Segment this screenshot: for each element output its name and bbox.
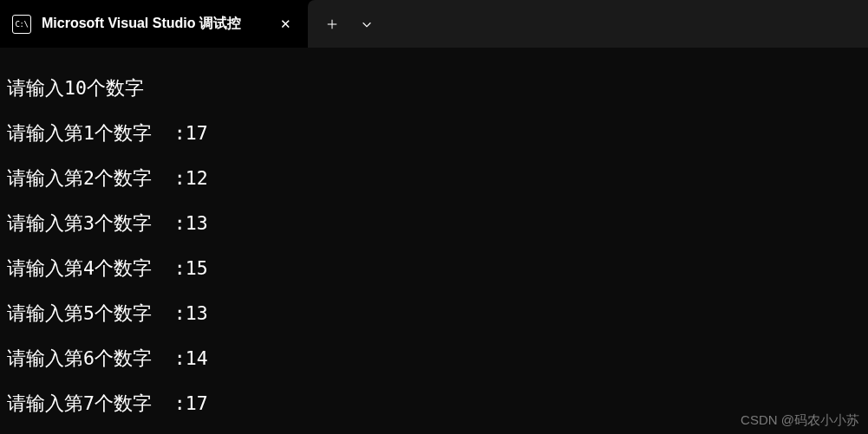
titlebar-actions — [308, 0, 868, 48]
terminal-line: 请输入第1个数字 :17 — [7, 122, 861, 145]
chevron-down-icon — [361, 18, 373, 30]
terminal-line: 请输入第2个数字 :12 — [7, 167, 861, 190]
terminal-line: 请输入第5个数字 :13 — [7, 302, 861, 325]
watermark: CSDN @码农小小苏 — [741, 412, 859, 429]
tab-title: Microsoft Visual Studio 调试控 — [42, 15, 264, 33]
terminal-line: 请输入第6个数字 :14 — [7, 347, 861, 370]
tab-dropdown-button[interactable] — [349, 7, 384, 42]
close-tab-button[interactable]: ✕ — [275, 14, 296, 35]
window-titlebar: C:\ Microsoft Visual Studio 调试控 ✕ — [0, 0, 868, 48]
terminal-line: 请输入10个数字 — [7, 77, 861, 100]
new-tab-button[interactable] — [315, 7, 349, 42]
active-tab[interactable]: C:\ Microsoft Visual Studio 调试控 ✕ — [0, 0, 308, 48]
terminal-output[interactable]: 请输入10个数字 请输入第1个数字 :17 请输入第2个数字 :12 请输入第3… — [0, 48, 868, 434]
terminal-line: 请输入第7个数字 :17 — [7, 392, 861, 415]
terminal-icon: C:\ — [12, 15, 31, 34]
terminal-line: 请输入第4个数字 :15 — [7, 257, 861, 280]
terminal-line: 请输入第3个数字 :13 — [7, 212, 861, 235]
plus-icon — [326, 18, 338, 30]
